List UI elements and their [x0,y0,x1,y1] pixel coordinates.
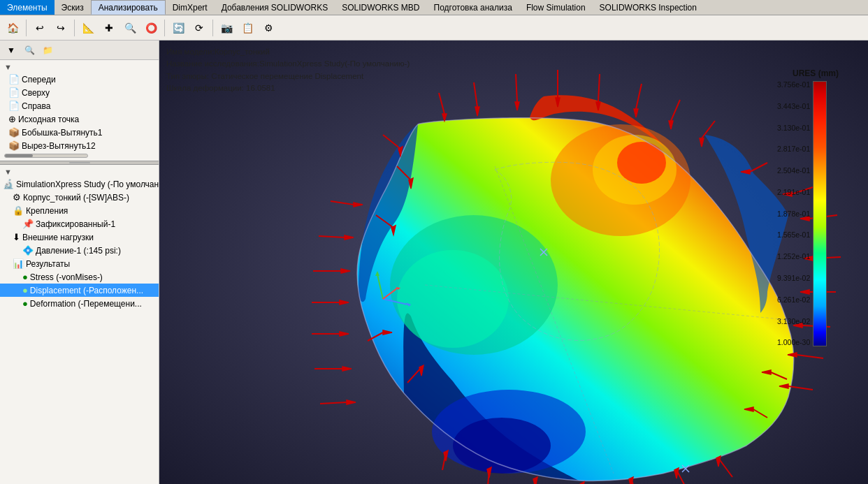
menu-elements[interactable]: Элементы [0,0,55,15]
tree-item-origin[interactable]: ⊕ Исходная точка [0,112,159,126]
study-icon: 🔬 [3,179,14,189]
tree-area[interactable]: ▼ 📄 Спереди 📄 Сверху 📄 Справа ⊕ И [0,60,159,484]
fixed1-icon: 📌 [22,219,34,229]
toolbar-sep-2 [74,20,75,36]
loads-label: Внешние нагрузки [22,233,94,242]
toolbar-btn-home[interactable]: 🏠 [3,18,22,38]
toolbar-btn-refresh[interactable]: ⟳ [189,18,209,38]
menu-prep[interactable]: Подготовка анализа [427,0,519,15]
fixed1-label: Зафиксированный-1 [36,219,115,229]
toolbar-btn-copy[interactable]: 📋 [238,18,257,38]
cut-icon: 📦 [8,140,20,151]
pressure-icon: 💠 [22,245,34,256]
origin-label: Исходная точка [18,115,79,124]
h-scrollbar-thumb [5,154,33,157]
toolbar-btn-camera[interactable]: 📷 [217,18,236,38]
toolbar-btn-add[interactable]: ✚ [99,18,119,38]
svg-point-3 [617,142,666,184]
front-icon: 📄 [8,74,20,85]
results-label: Результаты [26,259,70,269]
filter-icon-2: ▼ [4,168,12,176]
tree-item-study[interactable]: 🔬 SimulationXpress Study (-По умолчан... [0,177,159,191]
part-icon: ⚙ [13,192,21,203]
right-label: Справа [22,101,50,111]
tree-item-deformation[interactable]: ● Deformation (-Перемещени... [0,297,159,310]
menu-flow[interactable]: Flow Simulation [519,0,593,15]
menu-inspection[interactable]: SOLIDWORKS Inspection [593,0,704,15]
displacement-icon: ● [22,285,28,295]
pressure-label: Давление-1 (:145 psi:) [36,246,121,256]
toolbar-btn-settings[interactable]: ⚙ [259,18,278,38]
fixtures-icon: 🔒 [13,205,24,216]
scroll-area [0,152,159,159]
toolbar-btn-view[interactable]: 🔄 [168,18,188,38]
h-scrollbar[interactable] [4,154,88,158]
filter-icon: ▼ [4,63,12,71]
menu-mbd[interactable]: SOLIDWORKS MBD [335,0,426,15]
menu-analyze[interactable]: Анализировать [91,0,166,15]
menu-dimxpert[interactable]: DimXpert [166,0,215,15]
part-label: Корпус_тонкий (-[SW]ABS-) [23,193,129,203]
right-icon: 📄 [8,101,20,111]
study-label: SimulationXpress Study (-По умолчан... [16,179,159,189]
top-icon: 📄 [8,87,20,98]
toolbar-sep-1 [26,20,27,36]
displacement-label: Displacement (-Расположен... [30,286,143,295]
menu-sketch[interactable]: Эскиз [55,0,91,15]
deformation-icon: ● [22,298,28,309]
stress-icon: ● [22,272,28,282]
tree-item-fixtures[interactable]: 🔒 Крепления [0,204,159,217]
panel-divider [0,161,159,165]
viewport[interactable]: Имя модели:Корпус_тонкий Название исслед… [159,41,868,484]
tree-item-right[interactable]: 📄 Справа [0,99,159,112]
tree-item-front[interactable]: 📄 Спереди [0,73,159,86]
tree-item-stress[interactable]: ● Stress (-vonMises-) [0,270,159,284]
tree-item-boss[interactable]: 📦 Бобышка-Вытянуть1 [0,126,159,139]
loads-icon: ⬇ [13,232,20,242]
toolbar-sep-4 [212,20,213,36]
toolbar-sep-3 [164,20,165,36]
menu-bar: Элементы Эскиз Анализировать DimXpert До… [0,0,868,15]
cut-label: Вырез-Вытянуть12 [22,141,96,151]
front-label: Спереди [22,75,56,85]
lp-icon-filter[interactable]: ▼ [3,43,20,58]
toolbar: 🏠 ↩ ↪ 📐 ✚ 🔍 ⭕ 🔄 ⟳ 📷 📋 ⚙ [0,15,868,41]
tree-item-cut[interactable]: 📦 Вырез-Вытянуть12 [0,139,159,152]
boss-icon: 📦 [8,127,20,138]
model-svg [159,41,868,484]
tree-item-part[interactable]: ⚙ Корпус_тонкий (-[SW]ABS-) [0,191,159,204]
origin-icon: ⊕ [8,114,16,124]
lp-icon-search[interactable]: 🔍 [21,43,38,58]
svg-point-5 [397,250,509,348]
top-label: Сверху [22,88,50,98]
tree-item-top[interactable]: 📄 Сверху [0,86,159,99]
divider-dot [69,162,90,163]
results-icon: 📊 [13,258,24,269]
toolbar-btn-undo[interactable]: ↩ [30,18,50,38]
tree-item-loads[interactable]: ⬇ Внешние нагрузки [0,230,159,244]
toolbar-btn-zoom[interactable]: 🔍 [120,18,140,38]
main-layout: ▼ 🔍 📁 ▼ 📄 Спереди 📄 Сверху � [0,41,868,484]
fixtures-label: Крепления [26,206,68,216]
toolbar-btn-measure[interactable]: 📐 [78,18,98,38]
tree-item-displacement[interactable]: ● Displacement (-Расположен... [0,284,159,297]
deformation-label: Deformation (-Перемещени... [30,299,142,309]
toolbar-btn-rotate[interactable]: ⭕ [141,18,161,38]
stress-label: Stress (-vonMises-) [30,272,103,282]
menu-addins[interactable]: Добавления SOLIDWORKS [215,0,335,15]
filter-row: ▼ [0,61,159,73]
tree-item-pressure[interactable]: 💠 Давление-1 (:145 psi:) [0,244,159,257]
toolbar-btn-redo[interactable]: ↪ [51,18,71,38]
tree-item-fixed1[interactable]: 📌 Зафиксированный-1 [0,217,159,230]
boss-label: Бобышка-Вытянуть1 [22,128,103,138]
tree-item-results[interactable]: 📊 Результаты [0,257,159,270]
left-panel-icons: ▼ 🔍 📁 [0,41,159,60]
left-panel: ▼ 🔍 📁 ▼ 📄 Спереди 📄 Сверху � [0,41,159,484]
lp-icon-collapse[interactable]: 📁 [39,43,56,58]
filter-row-2: ▼ [0,166,159,177]
